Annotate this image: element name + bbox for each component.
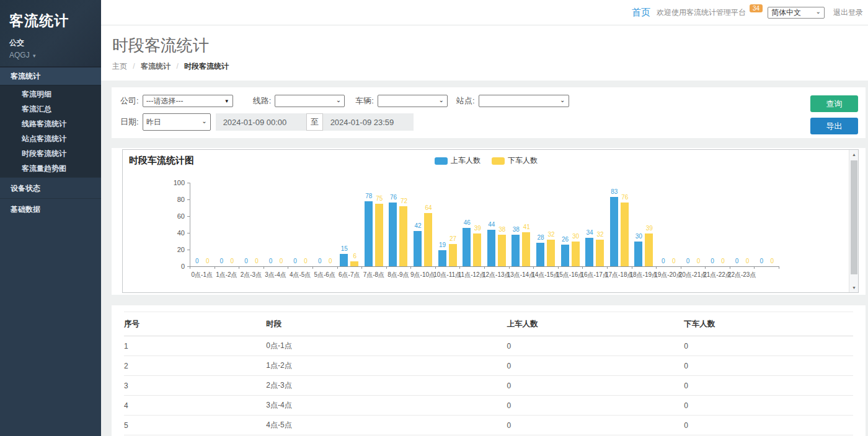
chart-bar[interactable] [473,233,481,266]
chart-bar[interactable] [610,197,618,266]
legend-item[interactable]: 下车人数 [492,155,538,166]
scroll-up-icon[interactable]: ▲ [849,150,859,159]
chart-bar[interactable] [365,201,373,266]
chart-bar[interactable] [424,213,432,266]
sidebar-subitem[interactable]: 客流汇总 [0,102,101,116]
chart-bar[interactable] [375,204,383,266]
scrollbar-thumb[interactable] [851,160,857,274]
x-tick-mark [779,266,779,269]
scroll-down-icon[interactable]: ▼ [849,283,859,292]
chart-bar[interactable] [572,242,580,267]
chevron-down-icon: ⌄ [438,97,443,103]
x-axis-label: 8点-9点 [388,271,409,279]
y-tick-mark [187,250,190,250]
query-button[interactable]: 查询 [810,95,858,112]
chart-bar[interactable] [585,238,593,266]
date-end-input[interactable]: 2024-01-09 23:59 [323,113,414,131]
table-row: 32点-3点00 [124,376,853,396]
x-tick-mark [533,266,534,269]
chart-scrollbar[interactable]: ▲ ▼ [849,150,858,292]
sidebar-sections: 设备状态基础数据 [0,177,101,219]
date-preset-select[interactable]: 昨日 ⌄ [143,113,211,131]
chart-bar[interactable] [596,240,604,266]
language-value: 简体中文 [771,7,801,18]
station-select[interactable]: ⌄ [479,95,569,107]
bar-value-label: 15 [334,245,355,252]
table-row: 54点-5点00 [124,416,853,435]
chart-bar[interactable] [522,232,530,266]
x-tick-mark [190,266,190,269]
chart-bar[interactable] [498,235,506,266]
chart-bar[interactable] [389,203,397,266]
chart-bar[interactable] [463,228,471,266]
x-axis-label: 9点-10点 [410,271,435,279]
language-select[interactable]: 简体中文 ⌄ [768,7,825,19]
chart-bar[interactable] [512,235,520,266]
date-start-input[interactable]: 2024-01-09 00:00 [216,113,306,131]
filter-panel: 公司: ---请选择--- ▼ 线路: ⌄ 车辆: ⌄ 站点: [112,87,866,138]
sidebar: 客流统计 公交 AQGJ ▾ 客流统计 客流明细客流汇总线路客流统计站点客流统计… [0,0,101,436]
x-tick-mark [656,266,657,269]
x-tick-mark [607,266,608,269]
chart-bar[interactable] [561,245,569,266]
company-select[interactable]: ---请选择--- ▼ [143,95,233,107]
chart-bar[interactable] [399,206,407,266]
x-tick-mark [459,266,460,269]
logout-link[interactable]: 退出登录 [833,7,863,18]
chart-bar[interactable] [645,233,653,266]
x-tick-mark [410,266,411,269]
export-button[interactable]: 导出 [810,118,858,134]
chart-bar[interactable] [438,250,446,266]
chart-bar[interactable] [487,230,495,266]
breadcrumb-home[interactable]: 主页 [112,62,127,71]
line-select[interactable]: ⌄ [275,95,345,107]
sidebar-subitem[interactable]: 站点客流统计 [0,131,101,146]
line-label: 线路: [253,95,272,107]
company-label: 公司: [120,95,139,107]
chart-bar[interactable] [621,203,629,266]
x-axis-label: 4点-5点 [290,271,311,279]
sidebar-item-passenger-stats[interactable]: 客流统计 [0,67,101,85]
table-cell: 0 [507,376,684,396]
sidebar-subitem[interactable]: 客流明细 [0,87,101,102]
company-value: ---请选择--- [146,96,184,107]
chart-bar[interactable] [414,231,422,266]
sidebar-submenu: 客流明细客流汇总线路客流统计站点客流统计时段客流统计客流量趋势图 [0,85,101,177]
bar-value-label: 32 [590,231,611,238]
chart-bar[interactable] [449,244,457,266]
date-separator: 至 [306,113,323,131]
chart-bar[interactable] [547,240,555,266]
dropdown-arrow-icon: ▼ [224,98,229,104]
table-cell: 0点-1点 [266,336,507,356]
breadcrumb-section[interactable]: 客流统计 [141,62,170,71]
table-cell: 0 [684,396,853,416]
table-row: 21点-2点00 [124,356,853,376]
x-tick-mark [730,266,730,269]
sidebar-item[interactable]: 设备状态 [0,177,101,198]
table-body: 10点-1点0021点-2点0032点-3点0043点-4点0054点-5点00… [124,336,853,436]
x-axis-label: 6点-7点 [339,271,360,279]
sidebar-subitem[interactable]: 线路客流统计 [0,116,101,131]
legend-item[interactable]: 上车人数 [435,155,480,166]
x-tick-mark [215,266,215,269]
x-tick-mark [435,266,436,269]
table-header-cell: 上车人数 [507,312,684,336]
vehicle-select[interactable]: ⌄ [378,95,448,107]
table-cell: 0 [507,416,684,435]
chart-bar[interactable] [350,261,358,266]
sidebar-subitem[interactable]: 时段客流统计 [0,146,101,161]
topbar: 首页 欢迎使用客流统计管理平台 34 简体中文 ⌄ 退出登录 [101,0,868,25]
x-axis-label: 11点-12点 [458,271,486,279]
notification-badge[interactable]: 34 [750,4,763,12]
table-cell: 0 [507,336,684,356]
chevron-down-icon: ⌄ [202,118,206,124]
table-cell: 0 [684,336,853,356]
chart-bar[interactable] [536,243,544,266]
home-link[interactable]: 首页 [632,7,650,19]
chart-bar[interactable] [634,242,642,267]
sidebar-item[interactable]: 基础数据 [0,198,101,219]
sidebar-subitem[interactable]: 客流量趋势图 [0,161,101,176]
x-tick-mark [386,266,387,269]
user-menu[interactable]: AQGJ ▾ [9,51,101,59]
table-cell: 2 [124,356,266,376]
